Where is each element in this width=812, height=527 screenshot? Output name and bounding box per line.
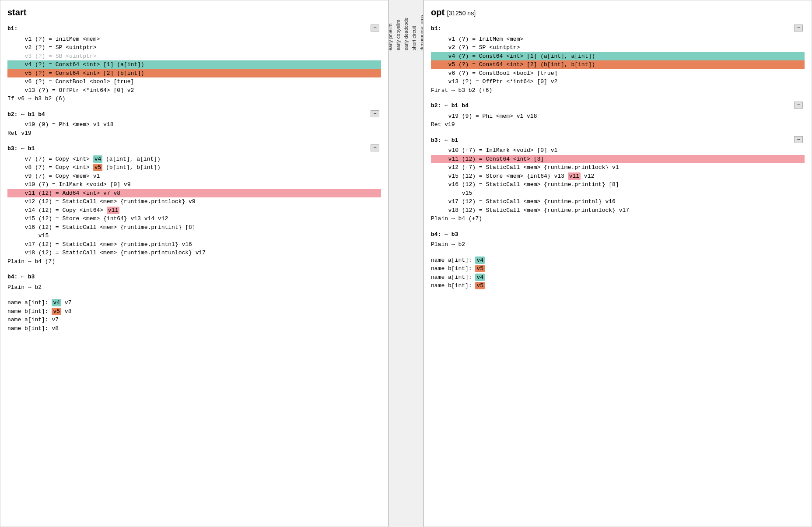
block-header: b3: ← b1	[431, 136, 805, 145]
code-line: v13 (?) = OffPtr <*int64> [0] v2	[7, 86, 381, 95]
code-line-badge: name b[int]: v5	[431, 281, 805, 290]
vertical-labels: number linesearly phielimearly copyelime…	[388, 13, 424, 52]
code-line-badge: name a[int]: v4	[431, 273, 805, 282]
code-line: v12 (12) = StaticCall <mem> {runtime.pri…	[7, 197, 381, 206]
badge-orange: v5	[475, 265, 485, 272]
code-line: name b[int]: v8	[7, 324, 381, 333]
code-line-orange: v5 (?) = Const64 <int> [2] (b[int], b[in…	[431, 60, 805, 69]
vertical-label: early phielim	[388, 13, 394, 52]
block-collapse-button[interactable]: −	[371, 110, 379, 117]
code-line: If v6 → b3 b2 (6)	[7, 95, 381, 103]
code-line: v15	[7, 232, 381, 240]
code-line: v12 (+7) = StaticCall <mem> {runtime.pri…	[431, 163, 805, 172]
badge-green: v4	[475, 256, 485, 264]
vertical-label: early copyelim	[395, 13, 402, 52]
badge-green: v4	[93, 155, 103, 163]
block-b1: −b1: v1 (?) = InitMem <mem> v2 (?) = SP …	[431, 25, 805, 95]
block-b4: b4: ← b3Plain → b2	[7, 273, 381, 292]
block-header: b2: ← b1 b4	[7, 110, 381, 119]
code-line: v10 (7) = InlMark <void> [0] v9	[7, 180, 381, 189]
code-line: v15 (12) = Store <mem> {int64} v13 v14 v…	[7, 214, 381, 223]
badge-pink: v11	[107, 207, 119, 214]
right-panel-title: opt [31250 ns]	[431, 7, 805, 18]
code-line: Plain → b2	[7, 283, 381, 292]
right-panel: opt [31250 ns]−b1: v1 (?) = InitMem <mem…	[424, 0, 812, 527]
block-header: b1:	[7, 25, 381, 33]
block-header: b4: ← b3	[7, 273, 381, 281]
code-line: v17 (12) = StaticCall <mem> {runtime.pri…	[431, 197, 805, 206]
block-collapse-button[interactable]: −	[794, 25, 803, 32]
code-line: v19 (9) = Phi <mem> v1 v18	[431, 112, 805, 121]
code-line: Plain → b4 (7)	[7, 257, 381, 266]
code-line: v6 (?) = ConstBool <bool> [true]	[7, 77, 381, 86]
code-line: Ret v19	[431, 120, 805, 129]
block-b1: −b1: v1 (?) = InitMem <mem> v2 (?) = SP …	[7, 25, 381, 103]
left-panel: start−b1: v1 (?) = InitMem <mem> v2 (?) …	[0, 0, 388, 527]
code-line-orange: v5 (?) = Const64 <int> [2] (b[int])	[7, 69, 381, 78]
code-line-pink: v11 (12) = Const64 <int> [3]	[431, 155, 805, 164]
code-line: Plain → b2	[431, 240, 805, 249]
block-header: b4: ← b3	[431, 230, 805, 239]
vertical-label: early deadcode	[402, 13, 410, 52]
code-line: v18 (12) = StaticCall <mem> {runtime.pri…	[431, 206, 805, 215]
block-collapse-button[interactable]: −	[794, 102, 803, 109]
block-collapse-button[interactable]: −	[371, 144, 379, 151]
code-line: First → b3 b2 (+6)	[431, 86, 805, 95]
badge-orange: v5	[52, 308, 61, 315]
block-names: name a[int]: v4 v7name b[int]: v5 v8name…	[7, 299, 381, 333]
code-line: Plain → b4 (+7)	[431, 214, 805, 223]
code-line-badge: v8 (7) = Copy <int> v5 (b[int], b[int])	[7, 163, 381, 172]
block-names: name a[int]: v4name b[int]: v5name a[int…	[431, 256, 805, 290]
code-line: v10 (+7) = InlMark <void> [0] v1	[431, 146, 805, 155]
block-b3: −b3: ← b1 v10 (+7) = InlMark <void> [0] …	[431, 136, 805, 223]
code-line-badge: v7 (7) = Copy <int> v4 (a[int], a[int])	[7, 155, 381, 164]
code-line: v1 (?) = InitMem <mem>	[7, 35, 381, 44]
code-line-badge: name a[int]: v4 v7	[7, 299, 381, 307]
code-line: v16 (12) = StaticCall <mem> {runtime.pri…	[7, 223, 381, 232]
left-panel-title: start	[7, 7, 381, 18]
code-line: name a[int]: v7	[7, 316, 381, 324]
badge-green: v4	[475, 274, 485, 281]
code-line: v15	[431, 189, 805, 198]
code-line: v2 (?) = SP <uintptr>	[7, 43, 381, 52]
code-line-pink: v11 (12) = Add64 <int> v7 v8	[7, 189, 381, 198]
code-line-green: v4 (?) = Const64 <int> [1] (a[int], a[in…	[431, 52, 805, 61]
code-line-badge: name b[int]: v5 v8	[7, 307, 381, 316]
code-line: v6 (?) = ConstBool <bool> [true]	[431, 69, 805, 78]
code-line: v19 (9) = Phi <mem> v1 v18	[7, 120, 381, 129]
code-line: v3 (?) = SB <uintptr>	[7, 52, 381, 61]
code-line: v2 (?) = SP <uintptr>	[431, 43, 805, 52]
vertical-label: short circuit	[410, 13, 417, 52]
vertical-label: decompose args	[418, 13, 424, 52]
block-collapse-button[interactable]: −	[794, 136, 803, 143]
block-collapse-button[interactable]: −	[371, 25, 379, 32]
block-header: b2: ← b1 b4	[431, 102, 805, 110]
block-b3: −b3: ← b1 v7 (7) = Copy <int> v4 (a[int]…	[7, 144, 381, 266]
block-b2: −b2: ← b1 b4 v19 (9) = Phi <mem> v1 v18R…	[7, 110, 381, 138]
code-line: Ret v19	[7, 129, 381, 138]
block-header: b1:	[431, 25, 805, 33]
code-line-badge: v14 (12) = Copy <int64> v11	[7, 206, 381, 215]
code-line-green: v4 (?) = Const64 <int> [1] (a[int])	[7, 60, 381, 69]
code-line-badge: name b[int]: v5	[431, 264, 805, 273]
badge-orange: v5	[475, 282, 485, 289]
middle-bar: number linesearly phielimearly copyelime…	[388, 0, 424, 527]
code-line: v1 (?) = InitMem <mem>	[431, 35, 805, 44]
code-line: v13 (?) = OffPtr <*int64> [0] v2	[431, 77, 805, 86]
badge-orange: v5	[93, 164, 103, 171]
block-header: b3: ← b1	[7, 144, 381, 153]
timing-label: [31250 ns]	[447, 10, 476, 17]
block-b2: −b2: ← b1 b4 v19 (9) = Phi <mem> v1 v18R…	[431, 102, 805, 129]
code-line-badge: name a[int]: v4	[431, 256, 805, 265]
code-line: v9 (7) = Copy <mem> v1	[7, 172, 381, 181]
code-line: v17 (12) = StaticCall <mem> {runtime.pri…	[7, 240, 381, 249]
block-b4: b4: ← b3Plain → b2	[431, 230, 805, 249]
code-line-badge: v15 (12) = Store <mem> {int64} v13 v11 v…	[431, 172, 805, 181]
badge-pink: v11	[568, 172, 581, 180]
badge-green: v4	[52, 299, 61, 306]
code-line: v18 (12) = StaticCall <mem> {runtime.pri…	[7, 249, 381, 257]
code-line: v16 (12) = StaticCall <mem> {runtime.pri…	[431, 180, 805, 189]
